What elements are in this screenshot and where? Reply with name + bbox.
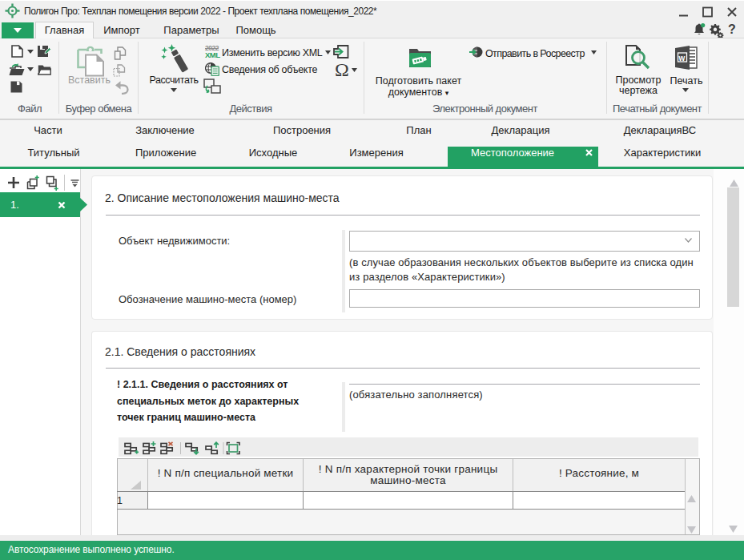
svg-text:w: w xyxy=(678,54,686,62)
